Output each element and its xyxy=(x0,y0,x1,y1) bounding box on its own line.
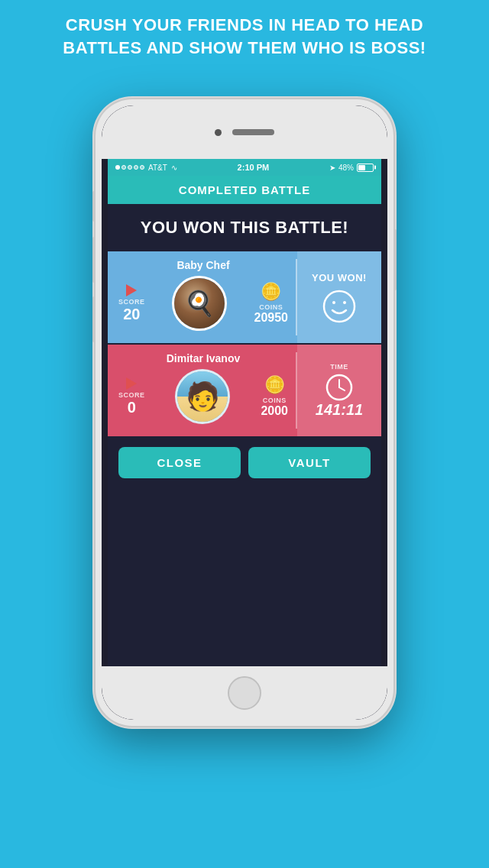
player1-result: YOU WON! xyxy=(297,251,381,343)
time-value: 141:11 xyxy=(316,401,363,419)
player2-coins-col: 🪙 COINS 2000 xyxy=(261,375,288,418)
player1-flag-icon xyxy=(126,284,137,296)
player2-panel: Dimitar Ivanov SCORE 0 🧑 xyxy=(108,345,381,436)
svg-point-1 xyxy=(332,301,335,304)
promo-banner: CRUSH YOUR FRIENDS IN HEAD TO HEAD BATTL… xyxy=(0,14,489,59)
battle-won-text: YOU WON THIS BATTLE! xyxy=(115,218,374,238)
player1-coins-label: COINS xyxy=(259,303,283,311)
player1-coins-col: 🪙 COINS 20950 xyxy=(254,282,288,325)
svg-line-5 xyxy=(339,387,345,390)
player1-avatar: 🍳 xyxy=(172,276,227,331)
side-button-vol-down xyxy=(92,296,96,342)
vault-button[interactable]: VAULT xyxy=(248,447,371,478)
player2-avatar: 🧑 xyxy=(175,369,230,424)
player2-score-value: 0 xyxy=(128,399,136,416)
player2-coin-icon: 🪙 xyxy=(264,375,285,395)
side-button-power xyxy=(393,229,397,290)
player2-avatar-cartoon: 🧑 xyxy=(177,371,228,422)
player2-score-label: SCORE xyxy=(118,391,145,399)
player1-score-col: SCORE 20 xyxy=(118,284,145,323)
player2-info: Dimitar Ivanov SCORE 0 🧑 xyxy=(108,345,296,436)
app-header: COMPLETED BATTLE xyxy=(108,176,381,204)
coin-icon: 🪙 xyxy=(261,282,281,302)
clock-icon xyxy=(325,374,353,401)
status-left: AT&T ∿ xyxy=(115,164,177,172)
player1-score-label: SCORE xyxy=(118,298,145,306)
player2-time: TIME 141:11 xyxy=(297,345,381,436)
player2-coins-value: 2000 xyxy=(261,404,288,418)
player1-info: Baby Chef SCORE 20 🍳 xyxy=(108,251,296,343)
location-icon: ➤ xyxy=(329,164,335,172)
close-button[interactable]: CLOSE xyxy=(118,447,241,478)
player2-info-row: SCORE 0 🧑 🪙 COINS 2000 xyxy=(118,369,288,424)
speaker-grill xyxy=(232,129,274,135)
player1-panel: Baby Chef SCORE 20 🍳 xyxy=(108,251,381,343)
svg-point-2 xyxy=(343,301,346,304)
player1-avatar-photo: 🍳 xyxy=(174,278,225,329)
player1-score-value: 20 xyxy=(123,306,140,323)
player2-flag-icon xyxy=(126,377,137,390)
battery-percent: 48% xyxy=(338,164,354,172)
action-buttons: CLOSE VAULT xyxy=(108,436,381,489)
status-bar: AT&T ∿ 2:10 PM ➤ 48% xyxy=(108,159,381,176)
phone-bottom-bar xyxy=(102,666,387,720)
home-button[interactable] xyxy=(228,676,261,710)
player2-score-col: SCORE 0 xyxy=(118,377,145,416)
phone-frame: AT&T ∿ 2:10 PM ➤ 48% COMPLETED BATTLE YO xyxy=(96,99,393,726)
battery-indicator xyxy=(357,164,374,172)
carrier-name: AT&T xyxy=(148,164,167,172)
wifi-icon: ∿ xyxy=(171,164,177,172)
signal-dots xyxy=(115,165,144,170)
player2-coins-label: COINS xyxy=(263,397,287,404)
camera-dot xyxy=(215,129,222,136)
promo-text: CRUSH YOUR FRIENDS IN HEAD TO HEAD BATTL… xyxy=(63,15,426,57)
status-right: ➤ 48% xyxy=(329,164,374,172)
status-time: 2:10 PM xyxy=(238,163,270,172)
phone-inner: AT&T ∿ 2:10 PM ➤ 48% COMPLETED BATTLE YO xyxy=(102,105,387,720)
player1-info-row: SCORE 20 🍳 🪙 COINS 20950 xyxy=(118,276,288,331)
app-header-title: COMPLETED BATTLE xyxy=(115,183,374,196)
phone-top-notch xyxy=(102,105,387,159)
battle-result-banner: YOU WON THIS BATTLE! xyxy=(108,204,381,251)
side-button-vol-up xyxy=(92,237,96,283)
player2-name: Dimitar Ivanov xyxy=(118,352,288,364)
player1-coins-value: 20950 xyxy=(254,311,288,325)
time-label: TIME xyxy=(330,363,348,371)
svg-point-0 xyxy=(324,291,355,322)
smiley-icon xyxy=(322,290,356,323)
side-button-mute xyxy=(92,191,96,222)
phone-screen: AT&T ∿ 2:10 PM ➤ 48% COMPLETED BATTLE YO xyxy=(108,159,381,666)
you-won-text: YOU WON! xyxy=(312,272,367,283)
player1-name: Baby Chef xyxy=(118,259,288,271)
battery-fill xyxy=(358,165,365,170)
